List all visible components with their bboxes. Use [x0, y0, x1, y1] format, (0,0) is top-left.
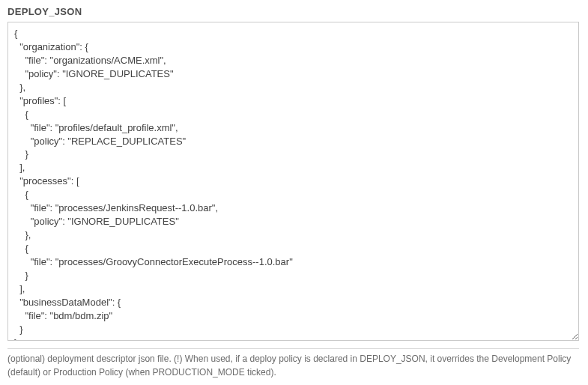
deploy-json-textarea[interactable] — [7, 22, 579, 341]
field-label-deploy-json: DEPLOY_JSON — [7, 6, 581, 17]
help-text: (optional) deployment descriptor json fi… — [7, 352, 579, 379]
divider — [7, 348, 579, 349]
